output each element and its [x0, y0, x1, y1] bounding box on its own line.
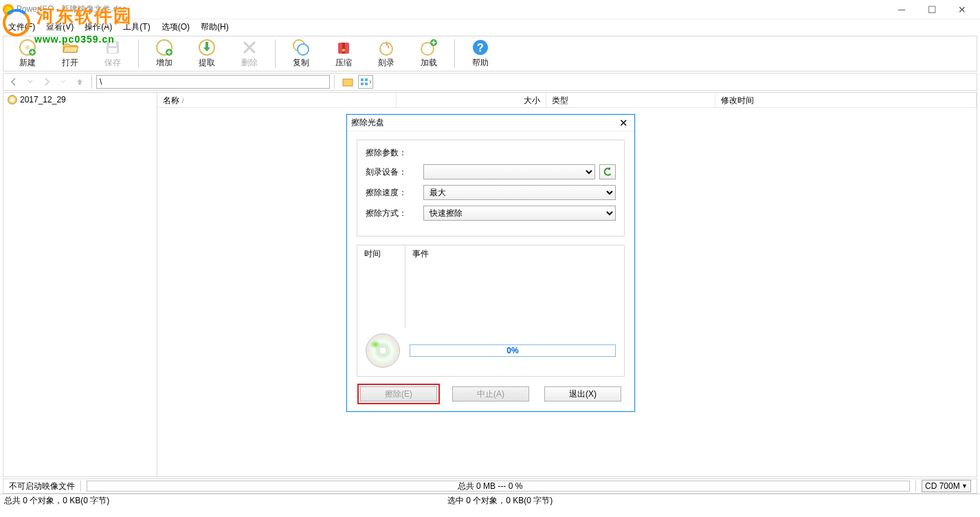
menu-bar: 文件(F) 查看(V) 操作(A) 工具(T) 选项(O) 帮助(H) [0, 19, 980, 34]
nav-back[interactable] [6, 75, 21, 89]
toolbar-separator [138, 39, 139, 68]
dialog-title: 擦除光盘 [351, 117, 384, 129]
help-icon: ? [471, 38, 489, 56]
col-type[interactable]: 类型 [546, 93, 715, 107]
nav-bar: \ [3, 73, 977, 91]
device-label: 刻录设备： [366, 166, 423, 178]
new-icon [19, 38, 36, 56]
col-name[interactable]: 名称/ [157, 93, 397, 107]
menu-file[interactable]: 文件(F) [3, 20, 41, 34]
menu-action[interactable]: 操作(A) [79, 20, 118, 34]
disc-icon [8, 95, 17, 104]
status-bar-counts: 总共 0 个对象，0 KB(0 字节) 选中 0 个对象，0 KB(0 字节) [0, 494, 980, 507]
svg-rect-12 [342, 43, 345, 54]
app-icon [3, 4, 14, 15]
minimize-button[interactable]: ─ [887, 0, 917, 19]
speed-label: 擦除速度： [366, 187, 423, 199]
list-header: 名称/ 大小 类型 修改时间 [157, 93, 977, 108]
toolbar-burn[interactable]: 刻录 [365, 37, 408, 70]
progress-bar: 0% [410, 344, 616, 357]
open-icon [61, 38, 79, 56]
maximize-button[interactable]: ☐ [917, 0, 947, 19]
svg-rect-21 [365, 78, 368, 81]
log-table: 时间 事件 [357, 245, 624, 328]
disc-graphic [366, 333, 400, 368]
exit-button[interactable]: 退出(X) [544, 386, 621, 402]
tree-root-label: 2017_12_29 [20, 95, 66, 104]
method-label: 擦除方式： [366, 208, 423, 219]
selected-objects: 选中 0 个对象，0 KB(0 字节) [447, 495, 553, 507]
nav-forward-menu[interactable] [56, 75, 71, 89]
menu-view[interactable]: 查看(V) [41, 20, 79, 34]
status-bar-capacity: 不可启动映像文件 总共 0 MB --- 0 % CD 700M ▼ [3, 478, 977, 494]
log-col-event: 事件 [405, 245, 624, 328]
boot-status: 不可启动映像文件 [9, 481, 75, 492]
toolbar-mount[interactable]: 加载 [408, 37, 450, 70]
erase-params-group: 擦除参数： 刻录设备： 擦除速度： 最大 擦除方式： 快速擦除 [357, 140, 625, 236]
burn-icon [377, 38, 395, 56]
add-icon [155, 38, 173, 56]
save-icon [104, 38, 122, 56]
svg-rect-4 [109, 42, 116, 46]
copy-icon [292, 38, 310, 56]
window-title: PowerISO - 新建映像文件.daa [16, 3, 127, 15]
abort-button[interactable]: 中止(A) [452, 386, 529, 402]
nav-back-menu[interactable] [23, 75, 38, 89]
svg-rect-19 [343, 79, 353, 86]
window-titlebar: PowerISO - 新建映像文件.daa ─ ☐ ✕ [0, 0, 980, 19]
svg-rect-5 [109, 48, 117, 53]
progress-group: 时间 事件 0% [357, 245, 625, 377]
svg-rect-23 [365, 82, 368, 85]
extract-icon [198, 38, 216, 56]
refresh-icon [603, 167, 612, 177]
toolbar-help[interactable]: ?帮助 [459, 37, 502, 70]
refresh-device-button[interactable] [599, 164, 616, 179]
toolbar-copy[interactable]: 复制 [280, 37, 322, 70]
address-bar[interactable]: \ [96, 75, 330, 89]
disc-size-select[interactable]: CD 700M ▼ [922, 480, 971, 492]
view-mode-button[interactable] [358, 75, 373, 89]
toolbar-delete[interactable]: 删除 [228, 37, 271, 70]
svg-rect-22 [361, 82, 364, 85]
mount-icon [420, 38, 438, 56]
log-col-time: 时间 [357, 245, 405, 328]
address-path: \ [100, 77, 102, 87]
total-objects: 总共 0 个对象，0 KB(0 字节) [4, 495, 109, 507]
dialog-titlebar[interactable]: 擦除光盘 ✕ [347, 115, 634, 131]
col-size[interactable]: 大小 [397, 93, 546, 107]
tree-panel[interactable]: 2017_12_29 [3, 93, 157, 476]
toolbar-compress[interactable]: 压缩 [322, 37, 365, 70]
toolbar-save[interactable]: 保存 [91, 37, 134, 70]
erase-disc-dialog: 擦除光盘 ✕ 擦除参数： 刻录设备： 擦除速度： 最大 擦除方式： 快速擦除 [346, 114, 635, 412]
method-select[interactable]: 快速擦除 [423, 206, 616, 221]
toolbar: 新建 打开 保存 增加 提取 删除 复制 压缩 刻录 加载 ?帮助 [3, 36, 977, 72]
erase-button[interactable]: 擦除(E) [360, 386, 437, 402]
toolbar-extract[interactable]: 提取 [186, 37, 228, 70]
menu-option[interactable]: 选项(O) [156, 20, 195, 34]
close-button[interactable]: ✕ [947, 0, 977, 19]
menu-help[interactable]: 帮助(H) [195, 20, 234, 34]
speed-select[interactable]: 最大 [423, 185, 616, 200]
tree-root-item[interactable]: 2017_12_29 [6, 94, 154, 105]
delete-icon [241, 38, 258, 56]
svg-point-10 [298, 44, 309, 55]
dialog-close-button[interactable]: ✕ [616, 117, 630, 129]
toolbar-new[interactable]: 新建 [6, 37, 49, 70]
total-label: 总共 0 MB --- 0 % [458, 481, 523, 492]
device-select[interactable] [423, 164, 595, 179]
compress-icon [335, 38, 353, 56]
group-title: 擦除参数： [366, 147, 616, 159]
nav-forward[interactable] [39, 75, 54, 89]
toolbar-separator [454, 39, 455, 68]
svg-rect-20 [361, 78, 364, 81]
menu-tool[interactable]: 工具(T) [118, 20, 155, 34]
toolbar-open[interactable]: 打开 [49, 37, 91, 70]
folder-view-button[interactable] [340, 75, 355, 89]
nav-up[interactable] [72, 75, 87, 89]
col-modified[interactable]: 修改时间 [715, 93, 977, 107]
toolbar-add[interactable]: 增加 [143, 37, 186, 70]
svg-text:?: ? [477, 42, 484, 54]
toolbar-separator [275, 39, 276, 68]
chevron-down-icon: ▼ [961, 483, 968, 490]
svg-point-13 [342, 49, 345, 52]
